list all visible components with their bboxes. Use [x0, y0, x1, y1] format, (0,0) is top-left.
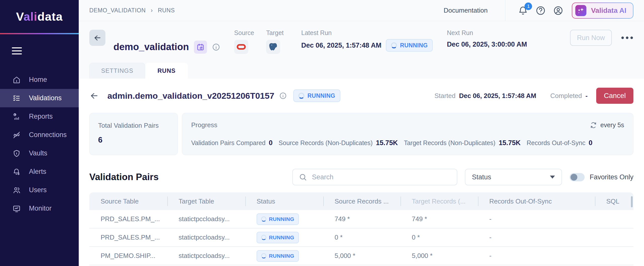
completed-value: - [585, 92, 588, 100]
table-scrollbar-thumb[interactable] [631, 196, 633, 207]
sidebar-item-reports[interactable]: Reports [0, 107, 79, 126]
validata-ai-button[interactable]: Validata AI [572, 3, 633, 19]
column-source-records: Source Records ... [323, 192, 400, 210]
cell-target-table: statictpccloadsy... [167, 215, 245, 223]
run-back-button[interactable] [89, 91, 99, 101]
search-box [292, 169, 457, 185]
stat-value: 0 [269, 139, 273, 147]
main-area: DEMO_VALIDATION › RUNS Documentation 1 V… [79, 0, 644, 266]
favorites-only-toggle[interactable] [570, 173, 585, 181]
tab-settings[interactable]: SETTINGS [89, 63, 145, 79]
column-status: Status [245, 192, 323, 210]
hamburger-menu-icon[interactable] [12, 47, 22, 54]
column-records-out-of-sync: Records Out-Of-Sync [478, 192, 595, 210]
documentation-link[interactable]: Documentation [444, 7, 488, 14]
info-icon[interactable] [212, 43, 220, 51]
tab-runs[interactable]: RUNS [145, 63, 188, 79]
sidebar-item-vaults[interactable]: Vaults [0, 144, 79, 162]
postgresql-icon [266, 40, 280, 54]
ai-chat-sparkle-icon [575, 5, 586, 16]
cell-out-of-sync: - [478, 252, 595, 260]
runs-content: admin.demo_validation_v20251206T0157 RUN… [79, 79, 644, 266]
toggle-knob [571, 174, 577, 181]
latest-run-group: Latest Run Dec 06, 2025, 1:57:48 AM RUNN… [301, 29, 433, 63]
column-sql: SQL [595, 192, 633, 210]
run-status-badge: RUNNING [293, 89, 340, 102]
run-title: admin.demo_validation_v20251206T0157 [107, 91, 274, 101]
back-button[interactable] [89, 30, 105, 46]
table-row[interactable]: PRD_SALES.PM_... statictpccloadsy... RUN… [89, 228, 633, 247]
source-label: Source [234, 29, 254, 37]
table-header-row: Source Table Target Table Status Source … [89, 192, 633, 210]
validation-pairs-table: Source Table Target Table Status Source … [89, 192, 633, 265]
home-icon [13, 76, 21, 84]
brand-gradient-divider [0, 33, 79, 34]
breadcrumb-item-validation[interactable]: DEMO_VALIDATION [89, 7, 146, 14]
spinner-icon [298, 93, 304, 99]
spinner-icon [261, 253, 266, 258]
target-label: Target [266, 29, 284, 37]
schedule-button[interactable] [194, 41, 207, 54]
validation-header: demo_validation Source Target Latest Run… [79, 21, 644, 63]
column-target-records: Target Records (... [400, 192, 478, 210]
checklist-icon [13, 94, 21, 102]
arrow-left-icon [89, 91, 99, 101]
sidebar-item-label: Monitor [29, 205, 52, 212]
sidebar-item-validations[interactable]: Validations [0, 89, 79, 107]
cell-source-table: PRD_SALES.PM_... [89, 234, 167, 241]
sidebar-item-label: Users [29, 186, 47, 194]
sidebar-item-home[interactable]: Home [0, 71, 79, 89]
breadcrumb: DEMO_VALIDATION › RUNS [89, 7, 175, 14]
help-icon[interactable] [536, 6, 546, 16]
spinner-icon [261, 235, 266, 240]
progress-card: Progress every 5s Validation Pairs Compa… [182, 113, 633, 155]
started-label: Started [434, 92, 456, 100]
completed-label: Completed [550, 92, 582, 100]
table-row[interactable]: PM_DEMO.SHIP... statictpccloadsy... RUNN… [89, 247, 633, 265]
cancel-button[interactable]: Cancel [596, 88, 633, 104]
topbar: DEMO_VALIDATION › RUNS Documentation 1 V… [79, 0, 644, 21]
ai-button-label: Validata AI [591, 7, 626, 15]
stat-value: 15.75K [376, 139, 398, 147]
run-detail-header: admin.demo_validation_v20251206T0157 RUN… [89, 79, 633, 104]
latest-run-status-badge: RUNNING [386, 39, 433, 52]
progress-label: Progress [191, 121, 217, 129]
cell-target-records: 0 * [400, 234, 478, 241]
favorites-toggle-group: Favorites Only [570, 173, 633, 181]
sidebar-item-users[interactable]: Users [0, 181, 79, 199]
cell-status: RUNNING [245, 250, 323, 262]
notifications-button[interactable]: 1 [518, 6, 528, 16]
run-info-icon[interactable] [279, 92, 287, 99]
arrow-left-icon [93, 34, 102, 42]
account-icon[interactable] [553, 6, 563, 16]
tab-bar: SETTINGS RUNS [79, 63, 644, 79]
more-options-icon[interactable] [621, 34, 633, 42]
validation-pairs-header: Validation Pairs Status Favorites Only [89, 169, 633, 185]
run-meta: Source Target Latest Run Dec 06, 2025, 1… [234, 21, 527, 63]
sidebar-item-connections[interactable]: Connections [0, 126, 79, 144]
cell-out-of-sync: - [478, 215, 595, 223]
run-now-button[interactable]: Run Now [570, 30, 612, 46]
cell-source-records: 5,000 * [323, 252, 400, 260]
refresh-interval-label: every 5s [600, 121, 624, 129]
row-status-badge: RUNNING [257, 250, 299, 262]
search-icon [299, 173, 307, 181]
sidebar-item-monitor[interactable]: Monitor [0, 199, 79, 218]
search-input[interactable] [312, 173, 451, 181]
sidebar-item-alerts[interactable]: Alerts [0, 162, 79, 181]
cell-target-records: 5,000 * [400, 252, 478, 260]
source-connection: Source [234, 29, 254, 63]
latest-run-label: Latest Run [301, 29, 433, 37]
table-row[interactable]: PRD_SALES.PM_... statictpccloadsy... RUN… [89, 210, 633, 228]
next-run-label: Next Run [447, 29, 527, 37]
favorites-only-label: Favorites Only [590, 173, 633, 181]
progress-stats: Validation Pairs Compared0 Source Record… [191, 139, 624, 147]
column-source-table: Source Table [89, 192, 167, 210]
monitor-icon [13, 205, 21, 213]
sidebar-item-label: Vaults [29, 149, 47, 157]
breadcrumb-item-runs[interactable]: RUNS [158, 7, 175, 14]
row-status-badge: RUNNING [257, 232, 299, 243]
oracle-icon [234, 40, 248, 54]
page-title: demo_validation [113, 42, 189, 52]
status-filter-select[interactable]: Status [465, 169, 562, 185]
